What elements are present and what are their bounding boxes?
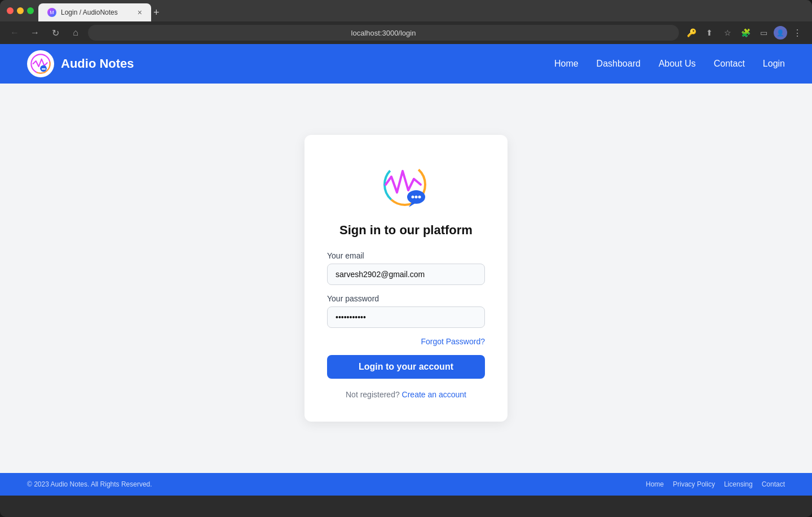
card-logo [378, 157, 434, 214]
email-input[interactable] [327, 264, 485, 285]
footer-copyright: © 2023 Audio Notes. All Rights Reserved. [27, 480, 152, 488]
nav-brand: Audio Notes [27, 50, 134, 77]
tab-close-button[interactable]: × [138, 8, 142, 17]
password-label: Your password [327, 294, 485, 303]
main-content: Sign in to our platform Your email Your … [0, 84, 812, 473]
svg-point-11 [418, 196, 421, 199]
minimize-button[interactable] [17, 7, 24, 14]
new-tab-button[interactable]: + [153, 7, 160, 19]
forgot-password-link[interactable]: Forgot Password? [421, 337, 485, 346]
navbar: Audio Notes Home Dashboard About Us Cont… [0, 44, 812, 84]
svg-point-10 [415, 196, 418, 199]
password-form-group: Your password [327, 294, 485, 328]
footer-licensing[interactable]: Licensing [724, 480, 753, 488]
extension-icon[interactable]: 🧩 [738, 25, 753, 41]
login-button[interactable]: Login to your account [327, 355, 485, 379]
share-icon[interactable]: ⬆ [701, 25, 717, 41]
email-label: Your email [327, 251, 485, 260]
nav-home[interactable]: Home [554, 59, 579, 69]
traffic-lights [7, 7, 34, 14]
page-content: Audio Notes Home Dashboard About Us Cont… [0, 44, 812, 496]
footer-privacy[interactable]: Privacy Policy [673, 480, 715, 488]
card-title: Sign in to our platform [339, 223, 473, 238]
split-view-icon[interactable]: ▭ [756, 25, 771, 41]
password-input[interactable] [327, 306, 485, 328]
address-bar: ← → ↻ ⌂ 🔑 ⬆ ☆ 🧩 ▭ 👤 ⋮ [0, 21, 812, 44]
title-bar: M Login / AudioNotes × + [0, 0, 812, 21]
register-row: Not registered? Create an account [346, 390, 466, 399]
home-button[interactable]: ⌂ [68, 25, 83, 41]
brand-logo [27, 50, 54, 77]
nav-contact[interactable]: Contact [714, 59, 745, 69]
maximize-button[interactable] [27, 7, 34, 14]
nav-dashboard[interactable]: Dashboard [597, 59, 641, 69]
card-logo-svg [378, 157, 434, 214]
footer-home[interactable]: Home [646, 480, 664, 488]
reload-button[interactable]: ↻ [47, 25, 63, 41]
back-button[interactable]: ← [7, 25, 23, 41]
nav-links: Home Dashboard About Us Contact Login [554, 59, 785, 69]
bookmark-icon[interactable]: ☆ [720, 25, 735, 41]
menu-icon[interactable]: ⋮ [789, 25, 805, 41]
create-account-link[interactable]: Create an account [402, 390, 466, 399]
nav-about[interactable]: About Us [659, 59, 696, 69]
footer-contact[interactable]: Contact [762, 480, 785, 488]
login-card: Sign in to our platform Your email Your … [304, 135, 508, 422]
close-button[interactable] [7, 7, 14, 14]
toolbar-icons: 🔑 ⬆ ☆ 🧩 ▭ 👤 ⋮ [683, 25, 805, 41]
not-registered-text: Not registered? [346, 390, 400, 399]
forward-button[interactable]: → [27, 25, 43, 41]
nav-login[interactable]: Login [763, 59, 785, 69]
key-icon[interactable]: 🔑 [683, 25, 699, 41]
tab-favicon: M [47, 8, 56, 17]
svg-point-9 [412, 196, 414, 199]
address-input[interactable] [88, 25, 679, 41]
forgot-row: Forgot Password? [327, 337, 485, 346]
footer-links: Home Privacy Policy Licensing Contact [646, 480, 785, 488]
logo-icon [29, 52, 52, 75]
email-form-group: Your email [327, 251, 485, 285]
tab-title: Login / AudioNotes [61, 8, 133, 16]
active-tab[interactable]: M Login / AudioNotes × [38, 3, 151, 21]
brand-name: Audio Notes [61, 56, 134, 71]
profile-icon[interactable]: 👤 [774, 26, 787, 40]
svg-point-5 [44, 68, 46, 70]
footer: © 2023 Audio Notes. All Rights Reserved.… [0, 473, 812, 496]
